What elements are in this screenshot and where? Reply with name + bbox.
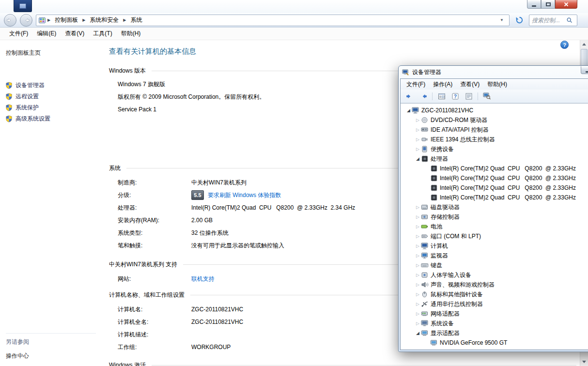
sidebar-item-control-panel-home[interactable]: 控制面板主页 [6, 49, 104, 57]
tree-item[interactable]: ◢显示适配器 [401, 328, 588, 338]
expand-icon[interactable]: ◢ [405, 108, 412, 113]
tree-item-label: 键盘 [431, 261, 442, 270]
dm-scan-hardware-button[interactable] [481, 91, 493, 102]
breadcrumb-item[interactable]: 系统 [127, 15, 145, 26]
dm-console-tree-button[interactable] [435, 91, 448, 102]
tree-item[interactable]: ▷DVD/CD-ROM 驱动器 [401, 115, 588, 125]
info-link[interactable]: 联机支持 [191, 275, 215, 283]
tree-item[interactable]: ▷人体学输入设备 [401, 270, 588, 280]
tree-item[interactable]: ▷电池 [401, 222, 588, 231]
tree-item[interactable]: ▷声音、视频和游戏控制器 [401, 280, 588, 290]
menu-item[interactable]: 操作(A) [429, 80, 456, 89]
maximize-button[interactable] [541, 0, 555, 9]
breadcrumb-dropdown-icon[interactable]: ▼ [496, 18, 507, 22]
menu-item[interactable]: 文件(F) [5, 30, 32, 38]
tree-item[interactable]: ◢处理器 [401, 154, 588, 164]
menu-item[interactable]: 帮助(H) [483, 80, 511, 89]
tree-item-label: 人体学输入设备 [431, 271, 471, 279]
dm-forward-button[interactable] [417, 91, 429, 102]
tree-item[interactable]: Intel(R) Core(TM)2 Quad CPU Q8200 @ 2.33… [401, 193, 588, 202]
collapse-icon[interactable]: ▷ [415, 214, 421, 219]
collapse-icon[interactable]: ▷ [415, 292, 421, 297]
collapse-icon[interactable]: ▷ [415, 137, 421, 142]
tree-item[interactable]: ▷存储控制器 [401, 212, 588, 222]
scroll-down-button[interactable] [580, 358, 588, 366]
info-value: WORKGROUP [191, 344, 231, 351]
sidebar-task[interactable]: 设备管理器 [6, 81, 104, 89]
collapse-icon[interactable]: ▷ [415, 118, 421, 122]
expand-icon[interactable]: ◢ [415, 331, 421, 336]
tree-item-label: NVIDIA GeForce 9500 GT [440, 339, 507, 346]
page-title: 查看有关计算机的基本信息 [109, 47, 576, 56]
help-icon[interactable]: ? [560, 41, 569, 49]
taskbar-window-icon[interactable] [14, 0, 32, 12]
menu-item[interactable]: 帮助(H) [117, 30, 145, 38]
info-link[interactable]: 要求刷新 Windows 体验指数 [208, 191, 281, 199]
tree-item[interactable]: ▷监视器 [401, 251, 588, 260]
tree-item[interactable]: Intel(R) Core(TM)2 Quad CPU Q8200 @ 2.33… [401, 173, 588, 183]
sidebar-task[interactable]: 高级系统设置 [6, 115, 104, 122]
collapse-icon[interactable]: ▷ [415, 127, 421, 132]
collapse-icon[interactable]: ▷ [415, 147, 421, 152]
see-also-task[interactable]: 操作中心 [6, 352, 96, 360]
tree-item[interactable]: Intel(R) Core(TM)2 Quad CPU Q8200 @ 2.33… [401, 164, 588, 173]
tree-item[interactable]: ▷IEEE 1394 总线主控制器 [401, 135, 588, 144]
dm-help-button[interactable]: ? [449, 91, 461, 102]
tree-item[interactable]: ▷IDE ATA/ATAPI 控制器 [401, 125, 588, 135]
menu-item[interactable]: 文件(F) [402, 80, 429, 89]
tree-item[interactable]: ▷计算机 [401, 241, 588, 251]
forward-arrow-icon [419, 92, 427, 100]
info-label: 计算机全名: [118, 318, 191, 326]
collapse-icon[interactable]: ▷ [415, 253, 421, 258]
tree-item[interactable]: ◢ZGC-20110821VHC [401, 106, 588, 115]
tree-item[interactable]: ▷鼠标和其他指针设备 [401, 290, 588, 299]
dm-minimize-button[interactable] [581, 66, 588, 74]
collapse-icon[interactable]: ▷ [415, 273, 421, 277]
collapse-icon[interactable]: ▷ [415, 244, 421, 248]
tree-item[interactable]: ▷端口 (COM 和 LPT) [401, 231, 588, 241]
dm-titlebar[interactable]: 设备管理器 [399, 66, 588, 78]
collapse-icon[interactable]: ▷ [415, 224, 421, 229]
collapse-icon[interactable]: ▷ [415, 311, 421, 316]
search-input[interactable] [529, 17, 566, 24]
expand-icon[interactable]: ◢ [415, 156, 421, 161]
dm-back-button[interactable] [403, 91, 416, 102]
minimize-button[interactable] [527, 0, 541, 9]
menu-item[interactable]: 查看(V) [456, 80, 483, 89]
collapse-icon[interactable]: ▷ [415, 205, 421, 210]
wei-score-badge[interactable]: 5.5 [191, 190, 204, 200]
close-button[interactable] [555, 0, 577, 9]
address-bar[interactable]: ▶控制面板▶系统和安全▶系统 ▼ [36, 15, 510, 26]
search-icon[interactable] [566, 17, 573, 24]
refresh-button[interactable] [513, 15, 526, 26]
tree-item[interactable]: ▷通用串行总线控制器 [401, 299, 588, 309]
collapse-icon[interactable]: ▷ [415, 282, 421, 287]
collapse-icon[interactable]: ▷ [415, 302, 421, 306]
info-label: 笔和触摸: [118, 242, 191, 250]
scroll-up-button[interactable] [580, 40, 588, 48]
control-panel-icon [38, 16, 46, 24]
sidebar-task[interactable]: 远程设置 [6, 92, 104, 100]
tree-item[interactable]: NVIDIA GeForce 9500 GT [401, 338, 588, 348]
back-button[interactable] [4, 14, 16, 27]
tree-item[interactable]: ▷键盘 [401, 260, 588, 270]
collapse-icon[interactable]: ▷ [415, 234, 421, 239]
breadcrumb-item[interactable]: 控制面板 [51, 15, 81, 26]
device-manager-window: 设备管理器 文件(F)操作(A)查看(V)帮助(H) [398, 65, 588, 352]
collapse-icon[interactable]: ▷ [415, 321, 421, 326]
menu-item[interactable]: 查看(V) [61, 30, 89, 38]
tree-item[interactable]: Intel(R) Core(TM)2 Quad CPU Q8200 @ 2.33… [401, 183, 588, 193]
tree-item-label: Intel(R) Core(TM)2 Quad CPU Q8200 @ 2.33… [440, 165, 576, 172]
tree-item[interactable]: ▷系统设备 [401, 319, 588, 328]
collapse-icon[interactable]: ▷ [415, 263, 421, 268]
forward-button[interactable] [20, 14, 32, 27]
menu-item[interactable]: 编辑(E) [32, 30, 61, 38]
back-arrow-icon [6, 16, 14, 24]
tree-item[interactable]: ▷磁盘驱动器 [401, 202, 588, 212]
breadcrumb-item[interactable]: 系统和安全 [86, 15, 122, 26]
menu-item[interactable]: 工具(T) [89, 30, 116, 38]
tree-item[interactable]: ▷网络适配器 [401, 309, 588, 319]
tree-item[interactable]: ▷便携设备 [401, 144, 588, 154]
sidebar-task[interactable]: 系统保护 [6, 104, 104, 111]
dm-properties-button[interactable] [463, 91, 475, 102]
